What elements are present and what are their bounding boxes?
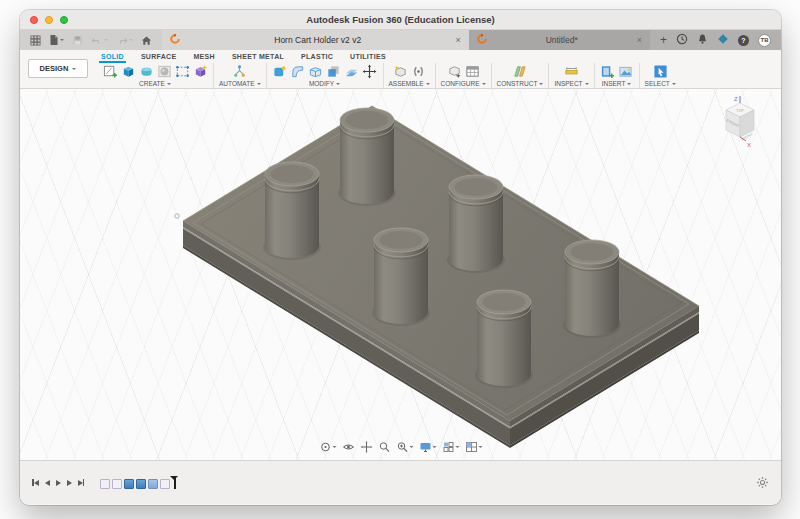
chevron-down-icon [72,68,76,72]
look-at-icon[interactable] [342,441,354,453]
combine-icon[interactable] [326,63,342,79]
orbit-icon[interactable] [319,441,336,453]
viewcube-top-face: TOP [736,109,744,113]
timeline-sketch-feature[interactable] [160,479,170,489]
toolbar-group-create: CREATE [99,63,211,87]
workspace-label: DESIGN [40,64,69,73]
zoom-icon[interactable] [378,441,390,453]
automate-tree-icon[interactable] [232,63,248,79]
assemble-menu[interactable]: ASSEMBLE [389,80,430,87]
model-horn-cart-holder[interactable] [20,89,781,460]
pan-icon[interactable] [360,441,372,453]
inspect-menu[interactable]: INSPECT [554,80,588,87]
step-forward-icon[interactable] [67,480,72,486]
select-menu[interactable]: SELECT [645,80,676,87]
workspace-selector[interactable]: DESIGN [28,59,88,78]
toolbar-divider [213,63,214,88]
select-icon[interactable] [652,63,668,79]
create-menu[interactable]: CREATE [139,80,171,87]
close-tab-icon[interactable]: × [637,35,642,45]
document-tab-inactive[interactable]: Untitled* × [469,30,650,50]
press-pull-icon[interactable] [272,63,288,79]
tab-sheet-metal[interactable]: SHEET METAL [230,53,286,63]
grid-settings-icon[interactable] [442,441,459,453]
form-icon[interactable] [138,63,154,79]
automate-menu[interactable]: AUTOMATE [219,80,261,87]
measure-icon[interactable] [563,63,579,79]
undo-icon[interactable] [91,35,108,46]
toolbar-group-configure: CONFIGURE [438,63,489,87]
step-back-icon[interactable] [45,480,50,486]
tab-strip: Horn Cart Holder v2 v2 × Untitled* × + ?… [20,30,781,50]
ribbon: SOLID SURFACE MESH SHEET METAL PLASTIC U… [99,53,775,88]
viewports-icon[interactable] [465,441,482,453]
play-icon[interactable] [56,480,61,486]
help-icon[interactable]: ? [738,35,749,46]
toolbar-divider [594,63,595,88]
toolbar-group-modify: MODIFY [269,63,381,87]
skip-to-end-icon[interactable] [78,479,85,486]
toolbar-divider [383,63,384,88]
configuration-icon[interactable] [446,63,462,79]
revolve-icon[interactable] [156,63,172,79]
fusion-window: Autodesk Fusion 360 (Education License) [20,10,781,505]
ribbon-tabs: SOLID SURFACE MESH SHEET METAL PLASTIC U… [99,53,775,63]
account-avatar[interactable]: TB [758,34,771,47]
new-component-icon[interactable] [392,63,408,79]
viewport-canvas[interactable]: Z TOP FRONT RIGHT X [20,89,781,460]
fit-icon[interactable] [396,441,413,453]
fusion-logo-icon [477,34,487,46]
fillet-icon[interactable] [290,63,306,79]
insert-menu[interactable]: INSERT [602,80,632,87]
skip-to-start-icon[interactable] [32,479,39,486]
navigation-bar [319,441,482,453]
create-sketch-icon[interactable] [102,63,118,79]
new-tab-button[interactable]: + [660,34,667,46]
joint-icon[interactable] [410,63,426,79]
toolbar-divider [266,63,267,88]
home-icon[interactable] [141,35,152,46]
timeline-extrude-feature[interactable] [148,479,158,489]
tab-utilities[interactable]: UTILITIES [348,53,388,63]
extensions-icon[interactable] [717,33,729,47]
pattern-icon[interactable] [174,63,190,79]
job-status-icon[interactable] [676,33,688,47]
tab-surface[interactable]: SURFACE [139,53,179,63]
configuration-table-icon[interactable] [464,63,480,79]
view-cube[interactable]: Z TOP FRONT RIGHT X [709,93,771,155]
construct-menu[interactable]: CONSTRUCT [497,80,544,87]
close-tab-icon[interactable]: × [455,35,460,45]
display-settings-icon[interactable] [419,441,436,453]
timeline-sketch-feature[interactable] [100,479,110,489]
extrude-icon[interactable] [120,63,136,79]
save-icon[interactable] [72,35,83,46]
notifications-icon[interactable] [697,33,708,47]
toolbar-group-inspect: INSPECT [551,63,591,87]
modify-menu[interactable]: MODIFY [309,80,340,87]
file-menu-icon[interactable] [49,34,64,46]
tab-plastic[interactable]: PLASTIC [299,53,335,63]
timeline-extrude-feature[interactable] [124,479,134,489]
offset-face-icon[interactable] [344,63,360,79]
redo-icon[interactable] [116,35,133,46]
toolbar-group-assemble: ASSEMBLE [386,63,433,87]
toolbar-divider [548,63,549,88]
insert-image-icon[interactable] [618,63,634,79]
timeline-bar [20,460,781,504]
construction-plane-icon[interactable] [512,63,528,79]
volumetric-icon[interactable] [192,63,208,79]
move-icon[interactable] [362,63,378,79]
timeline-position-marker[interactable] [174,476,176,489]
timeline-playback-controls [32,479,84,486]
timeline-extrude-feature[interactable] [136,479,146,489]
tab-solid[interactable]: SOLID [99,53,126,63]
gear-icon[interactable] [756,476,769,489]
app-grid-icon[interactable] [30,35,41,46]
document-tab-active[interactable]: Horn Cart Holder v2 v2 × [162,30,469,50]
insert-canvas-icon[interactable] [600,63,616,79]
tab-mesh[interactable]: MESH [191,53,216,63]
timeline-sketch-feature[interactable] [112,479,122,489]
window-title: Autodesk Fusion 360 (Education License) [20,14,781,25]
configure-menu[interactable]: CONFIGURE [441,80,486,87]
shell-icon[interactable] [308,63,324,79]
